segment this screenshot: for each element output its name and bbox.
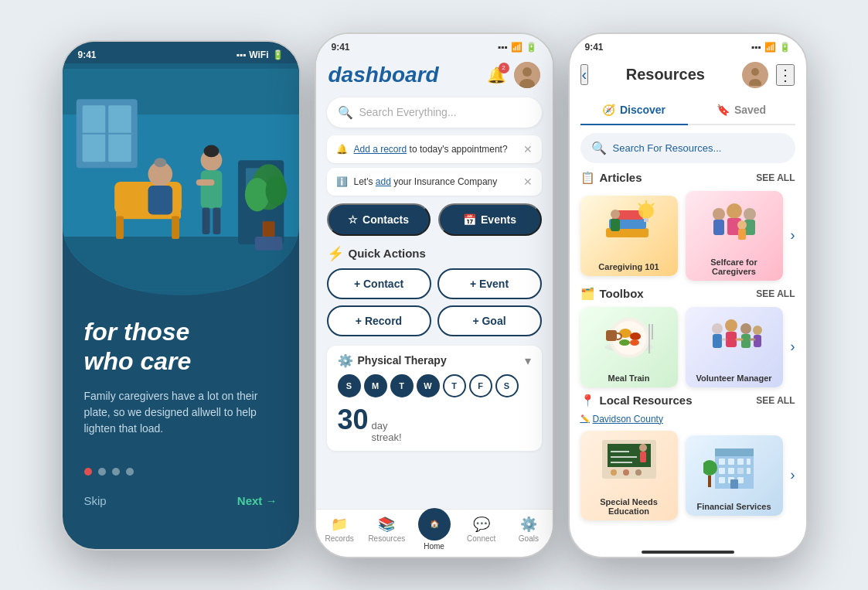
- more-options-button[interactable]: ⋮: [776, 64, 795, 86]
- card-caregiving-101[interactable]: Caregiving 101: [580, 196, 678, 276]
- phone1-title: for those who care: [84, 317, 277, 377]
- financial-image: [686, 435, 783, 497]
- add-record-link[interactable]: Add a record: [354, 144, 407, 155]
- svg-rect-79: [640, 452, 646, 462]
- records-icon: 📁: [331, 516, 348, 533]
- card-volunteer-manager[interactable]: Volunteer Manager: [686, 307, 783, 387]
- svg-point-44: [713, 208, 725, 220]
- toolbox-section: 🗂️ Toolbox SEE ALL: [570, 287, 806, 387]
- quick-actions-grid: + Contact + Event + Record + Goal: [316, 268, 553, 336]
- articles-section: 📋 Articles SEE ALL: [570, 171, 806, 281]
- nav-home[interactable]: 🏠 Home: [410, 516, 458, 551]
- local-resources-section: 📍 Local Resources SEE ALL ✏️ Davidson Co…: [570, 394, 806, 520]
- articles-see-all[interactable]: SEE ALL: [756, 172, 795, 183]
- card-selfcare[interactable]: Selfcare for Caregivers: [686, 191, 783, 281]
- qa-record-button[interactable]: + Record: [327, 305, 431, 336]
- info-icon: ℹ️: [336, 176, 348, 187]
- phone1-footer: Skip Next →: [63, 494, 299, 507]
- status-icons-1: ▪▪▪ WiFi 🔋: [237, 49, 284, 60]
- connect-icon: 💬: [473, 516, 490, 533]
- compass-icon: 🧭: [602, 104, 615, 116]
- svg-rect-86: [728, 459, 734, 465]
- next-button[interactable]: Next →: [237, 494, 277, 507]
- special-needs-label: Special Needs Education: [580, 493, 678, 520]
- articles-title: 📋 Articles: [580, 171, 642, 185]
- local-chevron[interactable]: ›: [791, 467, 795, 483]
- county-link[interactable]: ✏️ Davidson County: [580, 414, 795, 425]
- avatar[interactable]: [514, 62, 540, 88]
- physical-therapy-section: ⚙️ Physical Therapy ▾ S M T W T F S: [327, 346, 542, 451]
- close-notif-1[interactable]: ✕: [523, 143, 533, 155]
- caregiving-label: Caregiving 101: [580, 257, 678, 276]
- local-cards: Special Needs Education: [580, 431, 795, 520]
- avatar-3[interactable]: [742, 62, 768, 88]
- notification-badge[interactable]: 🔔 2: [487, 66, 506, 84]
- qa-contact-button[interactable]: + Contact: [327, 268, 431, 299]
- nav-connect[interactable]: 💬 Connect: [458, 516, 505, 551]
- home-indicator: [642, 551, 734, 554]
- svg-rect-59: [606, 330, 617, 341]
- svg-rect-96: [730, 479, 738, 489]
- status-bar-1: 9:41 ▪▪▪ WiFi 🔋: [63, 42, 299, 63]
- time-3: 9:41: [585, 42, 604, 53]
- svg-rect-63: [713, 334, 722, 348]
- header-right: ⋮: [742, 62, 795, 88]
- svg-point-46: [727, 203, 742, 219]
- svg-rect-21: [202, 207, 209, 234]
- events-button[interactable]: 📅 Events: [438, 203, 542, 236]
- dot-4[interactable]: [126, 468, 134, 476]
- toolbox-chevron[interactable]: ›: [791, 339, 795, 355]
- bell-small-icon: 🔔: [336, 144, 348, 155]
- volunteer-image: [686, 307, 783, 369]
- contacts-button[interactable]: ☆ Contacts: [327, 203, 431, 236]
- toolbox-cards: Meal Train: [580, 307, 795, 387]
- tab-saved[interactable]: 🔖 Saved: [688, 96, 795, 124]
- dot-1[interactable]: [84, 468, 92, 476]
- day-s2: S: [495, 374, 519, 397]
- action-buttons: ☆ Contacts 📅 Events: [316, 203, 553, 236]
- phone-dashboard: 9:41 ▪▪▪ 📶 🔋 dashboard 🔔 2: [315, 32, 554, 558]
- card-special-needs[interactable]: Special Needs Education: [580, 431, 678, 520]
- add-insurance-link[interactable]: add: [376, 176, 391, 187]
- badge-count: 2: [499, 63, 509, 73]
- nav-records[interactable]: 📁 Records: [316, 516, 363, 551]
- contacts-icon: ☆: [348, 213, 358, 226]
- quick-actions-header: ⚡ Quick Actions: [316, 245, 553, 262]
- gear-icon: ⚙️: [338, 353, 353, 368]
- skip-button[interactable]: Skip: [84, 494, 107, 507]
- card-meal-train[interactable]: Meal Train: [580, 307, 678, 387]
- svg-point-29: [523, 67, 532, 77]
- svg-rect-38: [644, 218, 648, 222]
- local-see-all[interactable]: SEE ALL: [756, 395, 795, 406]
- svg-rect-85: [719, 459, 725, 465]
- caregiving-image: [580, 196, 678, 257]
- articles-chevron[interactable]: ›: [791, 227, 795, 244]
- dot-2[interactable]: [98, 468, 106, 476]
- nav-goals[interactable]: ⚙️ Goals: [505, 516, 552, 551]
- articles-icon: 📋: [580, 171, 595, 185]
- svg-rect-27: [254, 237, 282, 251]
- toolbox-see-all[interactable]: SEE ALL: [756, 288, 795, 299]
- toolbox-title: 🗂️ Toolbox: [580, 287, 644, 301]
- svg-rect-92: [747, 468, 751, 474]
- dot-3[interactable]: [112, 468, 120, 476]
- qa-event-button[interactable]: + Event: [437, 268, 542, 299]
- card-financial-services[interactable]: Financial Services: [686, 435, 783, 516]
- search-bar[interactable]: 🔍 Search Everything...: [327, 97, 542, 128]
- nav-resources[interactable]: 📚 Resources: [363, 516, 410, 551]
- tab-discover[interactable]: 🧭 Discover: [580, 96, 688, 125]
- local-header: 📍 Local Resources SEE ALL: [580, 394, 795, 408]
- pagination-dots: [63, 468, 299, 476]
- close-notif-2[interactable]: ✕: [523, 176, 533, 188]
- notification-cards: 🔔 Add a record to today's appointment? ✕…: [316, 135, 553, 196]
- back-button[interactable]: ‹: [580, 64, 589, 85]
- svg-line-40: [652, 203, 654, 206]
- edit-icon: ✏️: [580, 414, 590, 423]
- chevron-down-icon[interactable]: ▾: [525, 353, 531, 368]
- qa-goal-button[interactable]: + Goal: [437, 305, 542, 336]
- phone1-text-area: for those who care Family caregivers hav…: [63, 295, 299, 469]
- streak-label: daystreak!: [372, 420, 402, 443]
- svg-point-57: [619, 339, 630, 346]
- resources-search-bar[interactable]: 🔍 Search For Resources...: [580, 133, 795, 163]
- svg-point-18: [203, 145, 219, 157]
